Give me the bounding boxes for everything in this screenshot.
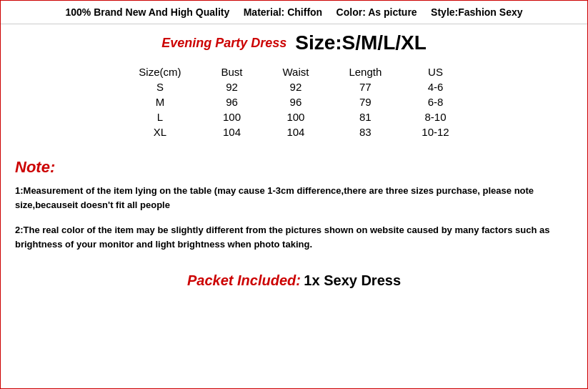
table-row: M9696796-8	[119, 94, 469, 109]
table-cell: M	[119, 94, 201, 109]
table-cell: 96	[201, 94, 262, 109]
table-cell: 4-6	[402, 79, 469, 94]
table-row: S9292774-6	[119, 79, 469, 94]
note-section: Note: 1:Measurement of the item lying on…	[1, 151, 587, 267]
table-cell: 104	[201, 124, 262, 139]
table-cell: S	[119, 79, 201, 94]
col-us: US	[402, 64, 469, 79]
size-prefix: Size:	[295, 31, 342, 54]
note-point2: 2:The real color of the item may be slig…	[15, 223, 573, 251]
table-cell: L	[119, 109, 201, 124]
title-row: Evening Party Dress Size:S/M/L/XL	[1, 24, 587, 59]
table-cell: 77	[329, 79, 402, 94]
top-banner: 100% Brand New And High Quality Material…	[1, 1, 587, 24]
note-point1: 1:Measurement of the item lying on the t…	[15, 184, 573, 212]
table-header-row: Size(cm) Bust Waist Length US	[119, 64, 469, 79]
table-cell: 6-8	[402, 94, 469, 109]
col-waist: Waist	[262, 64, 329, 79]
table-cell: 96	[262, 94, 329, 109]
color-text: Color: As picture	[337, 6, 417, 18]
table-row: L100100818-10	[119, 109, 469, 124]
col-length: Length	[329, 64, 402, 79]
packet-value: 1x Sexy Dress	[304, 272, 401, 288]
table-cell: 100	[262, 109, 329, 124]
dress-title: Evening Party Dress	[161, 36, 286, 51]
table-cell: 104	[262, 124, 329, 139]
col-size: Size(cm)	[119, 64, 201, 79]
size-values: S/M/L/XL	[342, 31, 427, 54]
material-text: Material: Chiffon	[244, 6, 322, 18]
size-table: Size(cm) Bust Waist Length US S9292774-6…	[119, 64, 469, 139]
table-cell: 92	[201, 79, 262, 94]
col-bust: Bust	[201, 64, 262, 79]
quality-text: 100% Brand New And High Quality	[66, 6, 230, 18]
table-cell: 83	[329, 124, 402, 139]
table-cell: 92	[262, 79, 329, 94]
style-text: Style:Fashion Sexy	[431, 6, 522, 18]
packet-row: Packet Included: 1x Sexy Dress	[1, 267, 587, 297]
note-heading: Note:	[15, 158, 573, 177]
table-cell: 100	[201, 109, 262, 124]
table-cell: 10-12	[402, 124, 469, 139]
table-cell: 81	[329, 109, 402, 124]
table-cell: 79	[329, 94, 402, 109]
packet-label: Packet Included:	[187, 272, 301, 288]
table-cell: 8-10	[402, 109, 469, 124]
size-table-wrapper: Size(cm) Bust Waist Length US S9292774-6…	[1, 59, 587, 151]
size-label: Size:S/M/L/XL	[295, 31, 427, 54]
table-cell: XL	[119, 124, 201, 139]
table-row: XL1041048310-12	[119, 124, 469, 139]
